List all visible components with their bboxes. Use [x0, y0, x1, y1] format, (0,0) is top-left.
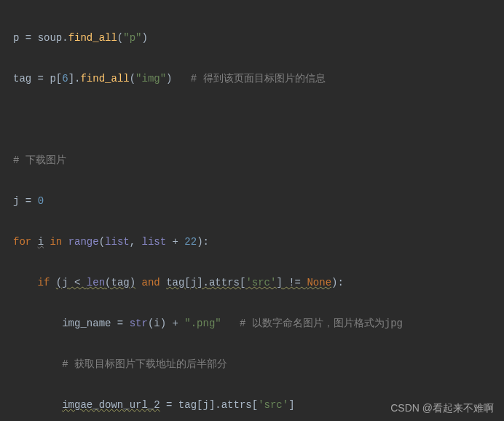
code-line-5: j = 0 — [13, 191, 504, 211]
code-line-6: for i in range(list, list + 22): — [13, 232, 504, 252]
code-line-4: # 下载图片 — [13, 150, 504, 170]
code-line-8: img_name = str(i) + ".png" # 以数字命名图片，图片格… — [13, 313, 504, 334]
watermark: CSDN @看起来不难啊 — [390, 402, 494, 415]
code-line-9: # 获取目标图片下载地址的后半部分 — [13, 354, 504, 374]
code-line-2: tag = p[6].find_all("img") # 得到该页面目标图片的信… — [13, 68, 504, 89]
code-line-7: if (j < len(tag) and tag[j].attrs['src']… — [13, 272, 504, 293]
code-line-1: p = soup.find_all("p") — [13, 28, 504, 48]
code-line-3 — [13, 109, 504, 130]
code-editor[interactable]: p = soup.find_all("p") tag = p[6].find_a… — [0, 0, 504, 421]
